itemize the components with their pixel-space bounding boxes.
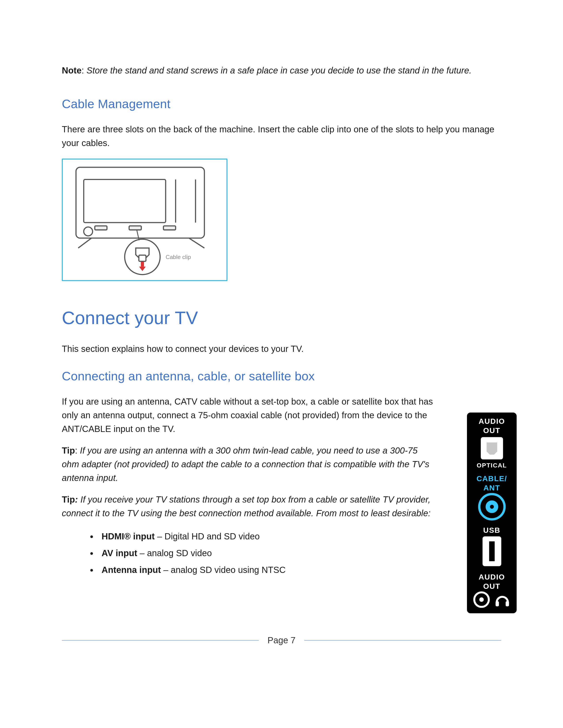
list-item: Antenna input – analog SD video using NT… — [97, 561, 501, 578]
port-label-optical: OPTICAL — [477, 462, 507, 469]
page: Note: Store the stand and stand screws i… — [0, 0, 563, 728]
svg-rect-2 — [95, 226, 107, 230]
port-label-audio-out-2: OUT — [483, 427, 501, 434]
tip1-label: Tip — [62, 446, 75, 455]
port-label-ant: ANT — [484, 484, 500, 492]
antenna-body: If you are using an antenna, CATV cable … — [62, 395, 437, 436]
svg-line-9 — [137, 230, 139, 240]
cable-management-body: There are three slots on the back of the… — [62, 122, 501, 150]
svg-point-15 — [490, 505, 494, 509]
cable-clip-diagram: Cable clip — [62, 159, 227, 281]
list-item: AV input – analog SD video — [97, 545, 501, 561]
tip-2: Tip: If you receive your TV stations thr… — [62, 493, 437, 520]
note-colon: : — [81, 66, 86, 75]
usb-port-icon — [473, 535, 511, 568]
bullet-strong: HDMI® input — [102, 531, 155, 541]
port-label-audio-out-bottom-2: OUT — [483, 582, 501, 590]
tip2-text: If you receive your TV stations through … — [62, 495, 431, 518]
svg-rect-11 — [141, 262, 144, 267]
footer-rule-right — [304, 640, 501, 641]
heading-cable-management: Cable Management — [62, 97, 501, 111]
note-text: Store the stand and stand screws in a sa… — [86, 66, 472, 75]
tip2-label: Tip — [62, 495, 75, 504]
footer-rule-left — [62, 640, 259, 641]
svg-rect-1 — [84, 180, 165, 223]
svg-rect-21 — [506, 601, 509, 606]
bullet-strong: Antenna input — [102, 565, 161, 575]
page-footer: Page 7 — [62, 635, 501, 645]
connection-priority-list: HDMI® input – Digital HD and SD video AV… — [62, 528, 501, 578]
svg-rect-20 — [495, 601, 499, 606]
audio-jack-icon — [473, 591, 490, 608]
diagram-caption: Cable clip — [165, 254, 191, 260]
tip2-colon: : — [75, 495, 81, 504]
port-label-usb: USB — [483, 526, 501, 534]
page-number: Page 7 — [267, 635, 296, 645]
bullet-rest: – analog SD video — [137, 548, 212, 558]
tip1-text: If you are using an antenna with a 300 o… — [62, 446, 430, 483]
audio-out-icons — [473, 591, 511, 608]
bullet-rest: – analog SD video using NTSC — [161, 565, 286, 575]
svg-rect-10 — [139, 255, 146, 261]
note-label: Note — [62, 66, 81, 75]
heading-connecting-antenna: Connecting an antenna, cable, or satelli… — [62, 369, 501, 383]
port-label-audio-out-bottom: AUDIO — [479, 573, 505, 581]
connect-intro: This section explains how to connect you… — [62, 342, 501, 356]
optical-port-icon — [473, 435, 511, 462]
port-label-audio-out: AUDIO — [479, 417, 505, 425]
bullet-rest: – Digital HD and SD video — [155, 531, 260, 541]
svg-rect-3 — [129, 226, 141, 230]
list-item: HDMI® input – Digital HD and SD video — [97, 528, 501, 545]
heading-connect-your-tv: Connect your TV — [62, 308, 501, 328]
port-label-cable: CABLE/ — [477, 475, 507, 482]
headphone-icon — [494, 591, 511, 608]
coax-port-icon — [473, 492, 511, 521]
tip-1: Tip: If you are using an antenna with a … — [62, 444, 437, 485]
tip1-colon: : — [75, 446, 80, 455]
svg-rect-17 — [489, 541, 495, 561]
tv-port-panel: AUDIO OUT OPTICAL CABLE/ ANT USB — [467, 413, 517, 613]
svg-point-5 — [84, 227, 92, 236]
bullet-strong: AV input — [102, 548, 137, 558]
note-paragraph: Note: Store the stand and stand screws i… — [62, 64, 501, 77]
svg-rect-4 — [163, 226, 175, 230]
svg-point-19 — [479, 597, 484, 602]
